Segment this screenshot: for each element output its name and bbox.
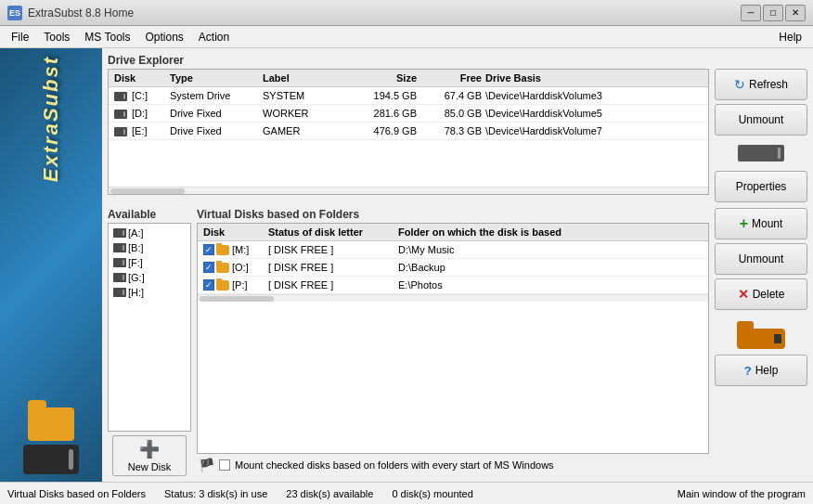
vdisk-row-m[interactable]: [M:] [ DISK FREE ] D:\My Music — [198, 241, 708, 259]
app-icon: ES — [7, 6, 22, 20]
avail-h-icon — [113, 288, 126, 297]
left-banner: ExtraSubst — [0, 48, 102, 482]
drive-row-e[interactable]: [E:] Drive Fixed GAMER 476.9 GB 78.3 GB … — [109, 123, 708, 140]
vdisk-col-disk: Disk — [201, 226, 266, 239]
drive-c-size: 194.5 GB — [344, 89, 419, 102]
mount-plus-icon: + — [740, 215, 748, 232]
menu-bar: File Tools MS Tools Options Action Help — [0, 26, 813, 48]
drive-explorer-label: Drive Explorer — [108, 54, 807, 67]
vdisk-p-checkbox[interactable] — [203, 279, 214, 291]
mount-checkbox-row: 🏴 Mount checked disks based on folders w… — [197, 454, 709, 476]
window-title: ExtraSubst 8.8 Home — [28, 6, 134, 19]
bottom-sections: Available [A:] [B:] [F:] — [108, 208, 807, 476]
menu-action[interactable]: Action — [191, 29, 237, 45]
avail-g-icon — [113, 273, 126, 282]
maximize-button[interactable]: □ — [763, 5, 783, 21]
new-disk-button[interactable]: ➕ New Disk — [112, 435, 187, 476]
avail-item-h[interactable]: [H:] — [110, 285, 188, 300]
col-free: Free — [419, 71, 484, 84]
unmount-bottom-button[interactable]: Unmount — [715, 243, 807, 275]
banner-text: ExtraSubst — [39, 56, 63, 182]
delete-button[interactable]: ✕ Delete — [715, 278, 807, 310]
col-basis: Drive Basis — [484, 71, 704, 84]
right-content: Drive Explorer Disk Type Label Size Free… — [102, 48, 813, 482]
col-disk: Disk — [112, 71, 168, 84]
drive-d-size: 281.6 GB — [344, 107, 419, 120]
col-size: Size — [344, 71, 419, 84]
available-section: Available [A:] [B:] [F:] — [108, 208, 191, 476]
avail-item-b[interactable]: [B:] — [110, 240, 188, 255]
minimize-button[interactable]: ─ — [741, 5, 761, 21]
vdisk-p-disk-col: [P:] — [201, 278, 266, 291]
col-label: Label — [261, 71, 344, 84]
status-section-available: 23 disk(s) available — [286, 488, 373, 499]
drive-c-disk: [C:] — [112, 89, 168, 102]
vdisk-m-disk-col: [M:] — [201, 243, 266, 256]
vdisk-o-status: [ DISK FREE ] — [266, 261, 396, 274]
properties-button[interactable]: Properties — [715, 171, 807, 202]
drive-scrollbar-thumb[interactable] — [110, 188, 185, 194]
status-vdisk-label: Virtual Disks based on Folders — [7, 488, 146, 499]
status-mounted: 0 disk(s) mounted — [392, 488, 472, 499]
menu-ms-tools[interactable]: MS Tools — [77, 29, 137, 45]
status-bar: Virtual Disks based on Folders Status: 3… — [0, 482, 813, 504]
drive-c-type: System Drive — [168, 89, 261, 102]
title-bar: ES ExtraSubst 8.8 Home ─ □ ✕ — [0, 0, 813, 26]
mount-checkbox-label: Mount checked disks based on folders wit… — [235, 459, 554, 471]
flag-icon: 🏴 — [199, 458, 214, 472]
vdisk-m-folder: D:\My Music — [396, 243, 704, 256]
vdisk-scrollbar[interactable] — [198, 294, 708, 302]
drive-c-free: 67.4 GB — [419, 89, 484, 102]
avail-item-f[interactable]: [F:] — [110, 255, 188, 270]
menu-help[interactable]: Help — [771, 29, 809, 45]
drive-d-icon — [114, 110, 127, 119]
drive-e-size: 476.9 GB — [344, 124, 419, 137]
drive-scrollbar[interactable] — [109, 187, 708, 194]
drive-row-d[interactable]: [D:] Drive Fixed WORKER 281.6 GB 85.0 GB… — [109, 105, 708, 123]
virtual-disk-section: Virtual Disks based on Folders Disk Stat… — [197, 208, 709, 476]
new-disk-plus-icon: ➕ — [139, 439, 160, 459]
menu-items: File Tools MS Tools Options Action — [4, 29, 237, 45]
mount-button[interactable]: + Mount — [715, 208, 807, 239]
vdisk-row-o[interactable]: [O:] [ DISK FREE ] D:\Backup — [198, 259, 708, 277]
main-content: ExtraSubst Drive Explorer Disk Type Labe… — [0, 48, 813, 482]
avail-a-icon — [113, 228, 126, 238]
menu-options[interactable]: Options — [138, 29, 191, 45]
drive-e-icon — [114, 127, 127, 136]
vdisk-header: Disk Status of disk letter Folder on whi… — [198, 224, 708, 241]
vdisk-o-checkbox[interactable] — [203, 262, 214, 273]
drive-d-basis: \Device\HarddiskVolume5 — [484, 107, 704, 120]
drive-table-header: Disk Type Label Size Free Drive Basis — [109, 70, 708, 87]
vdisk-buttons: + Mount Unmount ✕ Delete — [715, 208, 807, 476]
banner-bottom — [23, 407, 79, 474]
vdisk-m-checkbox[interactable] — [203, 244, 214, 255]
drive-row-c[interactable]: [C:] System Drive SYSTEM 194.5 GB 67.4 G… — [109, 87, 708, 105]
avail-item-a[interactable]: [A:] — [110, 226, 188, 240]
vdisk-p-status: [ DISK FREE ] — [266, 278, 396, 291]
vdisk-scrollbar-thumb[interactable] — [200, 296, 274, 302]
mount-on-start-checkbox[interactable] — [219, 459, 230, 471]
delete-x-icon: ✕ — [738, 287, 749, 302]
top-area: Disk Type Label Size Free Drive Basis [C… — [108, 69, 807, 202]
vdisk-m-folder-icon — [216, 245, 229, 255]
refresh-button[interactable]: ↻ Refresh — [715, 69, 807, 100]
drive-table-wrapper: Disk Type Label Size Free Drive Basis [C… — [108, 69, 709, 202]
vdisk-row-p[interactable]: [P:] [ DISK FREE ] E:\Photos — [198, 277, 708, 294]
drive-d-label: WORKER — [261, 107, 344, 120]
unmount-top-button[interactable]: Unmount — [715, 104, 807, 136]
drive-explorer-table: Disk Type Label Size Free Drive Basis [C… — [108, 69, 709, 195]
drive-d-free: 85.0 GB — [419, 107, 484, 120]
drive-e-disk: [E:] — [112, 124, 168, 137]
status-available: 23 disk(s) available — [286, 488, 373, 499]
vdisk-o-disk-col: [O:] — [201, 261, 266, 274]
close-button[interactable]: ✕ — [785, 5, 806, 21]
vdisk-p-folder-icon — [216, 280, 229, 291]
refresh-icon: ↻ — [734, 77, 745, 92]
drive-c-icon — [114, 92, 127, 101]
menu-file[interactable]: File — [4, 29, 36, 45]
help-button[interactable]: ? Help — [715, 355, 807, 386]
status-section-vdisk: Virtual Disks based on Folders — [7, 488, 146, 499]
avail-item-g[interactable]: [G:] — [110, 270, 188, 285]
vdisk-o-folder: D:\Backup — [396, 261, 704, 274]
menu-tools[interactable]: Tools — [36, 29, 77, 45]
